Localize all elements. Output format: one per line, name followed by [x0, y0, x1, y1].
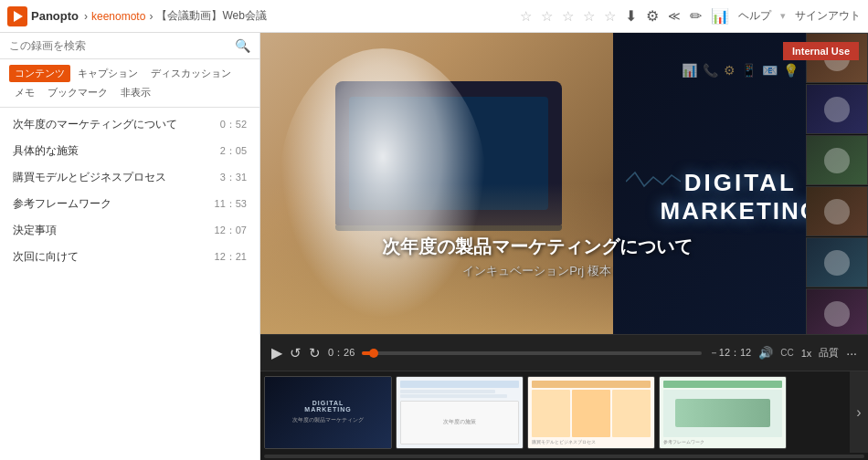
star3-icon[interactable]: ☆ [562, 8, 574, 25]
participant-thumb-2 [806, 84, 868, 134]
replay-button[interactable]: ↺ [290, 345, 302, 361]
thumbnail-1[interactable]: 次年度の施策 [396, 376, 524, 449]
chapter-list: 次年度のマーケティングについて 0：52 具体的な施策 2：05 購買モデルとビ… [0, 108, 259, 460]
breadcrumb: › keenomoto › 【会議動画】Web会議 [84, 8, 267, 24]
signin-button[interactable]: サインアウト [795, 8, 861, 24]
digital-title-line2: MARKETING [661, 197, 820, 225]
breadcrumb-sep1: › [84, 10, 88, 23]
forward-button[interactable]: ↻ [309, 345, 321, 361]
tab-bookmark[interactable]: ブックマーク [42, 84, 113, 101]
digital-title-line1: DIGITAL [661, 169, 820, 197]
help-button[interactable]: ヘルプ [738, 8, 771, 24]
slide-subtitle: 次年度の製品マーケティングについて インキュベーションPrj 榎本 [279, 235, 795, 279]
search-bar: 🔍 [0, 33, 259, 59]
chapter-title-2: 購買モデルとビジネスプロセス [13, 170, 213, 185]
video-area: Internal Use [260, 33, 868, 460]
tab-discussion[interactable]: ディスカッション [145, 65, 237, 82]
progress-bar[interactable] [362, 351, 701, 355]
header-icons: ☆ ☆ ☆ ☆ ☆ ⬇ ⚙ ≪ ✏ 📊 ヘルプ ▾ サインアウト [520, 7, 861, 25]
share-icon[interactable]: ≪ [668, 9, 681, 23]
nav-tabs: コンテンツ キャプション ディスカッション メモ ブックマーク 非表示 [0, 59, 259, 108]
chapter-time-0: 0：52 [220, 118, 247, 131]
chapter-title-4: 決定事項 [13, 223, 207, 238]
chapter-time-3: 11：53 [215, 197, 247, 211]
time-total: －12：12 [709, 346, 751, 360]
star1-icon[interactable]: ☆ [520, 8, 532, 25]
chapter-item-5[interactable]: 次回に向けて 12：21 [0, 244, 259, 270]
chapter-title-3: 参考フレームワーク [13, 196, 207, 212]
participant-thumb-3 [806, 135, 868, 185]
slide-title-jp: 次年度の製品マーケティングについて [279, 235, 795, 259]
tab-captions[interactable]: キャプション [72, 65, 143, 82]
chapter-item-3[interactable]: 参考フレームワーク 11：53 [0, 191, 259, 217]
search-input[interactable] [9, 39, 235, 52]
internal-use-badge: Internal Use [783, 42, 859, 60]
bottom-scrollbar[interactable] [260, 453, 868, 460]
chapter-item-0[interactable]: 次年度のマーケティングについて 0：52 [0, 111, 259, 138]
volume-icon[interactable]: 🔊 [758, 346, 773, 360]
chapter-time-2: 3：31 [220, 171, 247, 184]
speed-button[interactable]: 1x [801, 348, 812, 359]
thumbnail-strip: DIGITAL MARKETING 次年度の製品マーケティング 次年度の施策 [260, 371, 868, 453]
slide-content: Internal Use [260, 33, 868, 334]
tab-memo[interactable]: メモ [9, 84, 40, 101]
help-arrow-icon: ▾ [780, 10, 786, 22]
quality-button[interactable]: 品質 [819, 346, 839, 360]
video-main: Internal Use [260, 33, 868, 334]
chapter-item-4[interactable]: 決定事項 12：07 [0, 217, 259, 244]
participant-thumb-4 [806, 186, 868, 236]
search-icon: 🔍 [235, 38, 250, 53]
sidebar: 🔍 コンテンツ キャプション ディスカッション メモ ブックマーク 非表示 次年… [0, 33, 260, 460]
chapter-title-0: 次年度のマーケティングについて [13, 117, 213, 132]
panopto-logo-icon [7, 6, 27, 26]
progress-thumb [369, 349, 378, 358]
star5-icon[interactable]: ☆ [604, 8, 616, 25]
main-layout: 🔍 コンテンツ キャプション ディスカッション メモ ブックマーク 非表示 次年… [0, 33, 868, 460]
thumbnail-0[interactable]: DIGITAL MARKETING 次年度の製品マーケティング [264, 376, 392, 449]
chapter-time-4: 12：07 [215, 224, 247, 237]
app-logo[interactable]: Panopto [7, 6, 79, 26]
breadcrumb-item1[interactable]: keenomoto [91, 10, 145, 23]
thumbnail-3[interactable]: 参考フレームワーク [659, 376, 787, 449]
scroll-track [264, 455, 864, 458]
chapter-time-5: 12：21 [215, 250, 247, 264]
cc-button[interactable]: CC [780, 348, 793, 358]
chapter-title-1: 具体的な施策 [13, 143, 213, 159]
edit-icon[interactable]: ✏ [690, 7, 702, 25]
star2-icon[interactable]: ☆ [541, 8, 553, 25]
thumbnail-scroll-right[interactable]: › [850, 371, 868, 453]
star4-icon[interactable]: ☆ [583, 8, 595, 25]
play-button[interactable]: ▶ [271, 344, 282, 361]
time-current: 0：26 [328, 346, 355, 360]
chapter-item-1[interactable]: 具体的な施策 2：05 [0, 138, 259, 164]
download-icon[interactable]: ⬇ [625, 7, 637, 25]
chapter-time-1: 2：05 [220, 144, 247, 158]
participant-thumb-6 [806, 288, 868, 334]
chart-icon[interactable]: 📊 [711, 7, 729, 25]
participants-strip [806, 33, 868, 334]
more-button[interactable]: ··· [846, 346, 857, 361]
app-name: Panopto [31, 9, 79, 23]
participant-thumb-5 [806, 237, 868, 288]
slide-laptop-area [260, 33, 637, 334]
chapter-title-5: 次回に向けて [13, 249, 207, 265]
breadcrumb-item2: 【会議動画】Web会議 [156, 8, 266, 24]
tab-contents[interactable]: コンテンツ [9, 65, 70, 82]
video-controls: ▶ ↺ ↻ 0：26 －12：12 🔊 CC 1x 品質 ··· [260, 334, 868, 371]
chapter-item-2[interactable]: 購買モデルとビジネスプロセス 3：31 [0, 164, 259, 191]
tab-hidden[interactable]: 非表示 [115, 84, 156, 101]
breadcrumb-sep2: › [149, 10, 153, 23]
settings-icon[interactable]: ⚙ [646, 7, 659, 25]
top-bar: Panopto › keenomoto › 【会議動画】Web会議 ☆ ☆ ☆ … [0, 0, 868, 33]
thumbnail-2[interactable]: 購買モデルとビジネスプロセス [527, 376, 655, 449]
slide-name-jp: インキュベーションPrj 榎本 [279, 263, 795, 279]
